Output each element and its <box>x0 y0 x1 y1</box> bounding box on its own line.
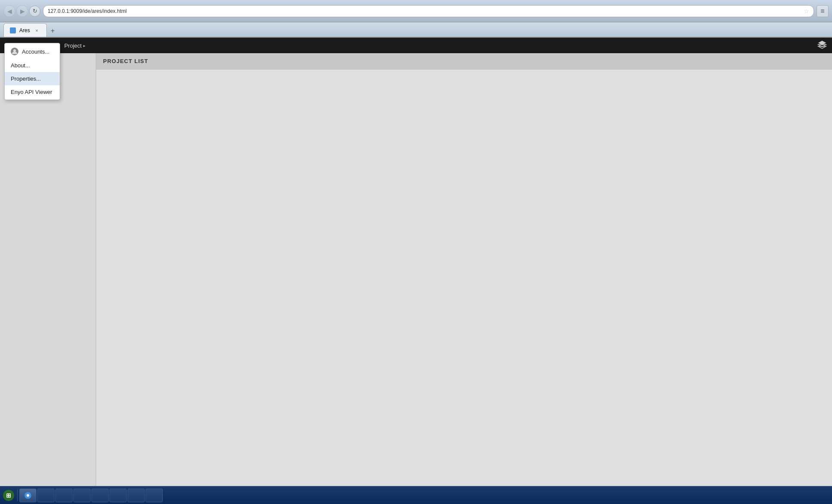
browser-window: ◀ ▶ ↻ ☆ ≡ Ares × + <box>0 0 832 38</box>
dropdown-accounts[interactable]: Accounts... <box>5 44 60 59</box>
svg-point-7 <box>27 494 29 497</box>
back-button[interactable]: ◀ <box>3 5 15 17</box>
taskbar-item-5[interactable] <box>91 489 109 502</box>
project-menu-arrow: ▸ <box>83 43 85 48</box>
content-area: PROJECT LIST <box>0 53 832 504</box>
project-list-header: PROJECT LIST <box>96 53 832 69</box>
tab-favicon-icon <box>10 27 16 33</box>
browser-tab-ares[interactable]: Ares × <box>3 23 47 37</box>
taskbar: ⊞ <box>0 486 832 504</box>
svg-marker-2 <box>818 46 826 48</box>
taskbar-item-6[interactable] <box>109 489 127 502</box>
taskbar-item-4[interactable] <box>73 489 91 502</box>
svg-text:⊞: ⊞ <box>6 492 11 499</box>
address-bar[interactable] <box>48 8 801 14</box>
tab-close-button[interactable]: × <box>33 27 40 34</box>
taskbar-start-orb[interactable]: ⊞ <box>2 489 15 502</box>
forward-button[interactable]: ▶ <box>16 5 28 17</box>
address-bar-container: ☆ <box>43 5 814 17</box>
taskbar-item-7[interactable] <box>128 489 145 502</box>
new-tab-button[interactable]: + <box>47 25 59 37</box>
taskbar-item-2[interactable] <box>37 489 55 502</box>
about-label: About... <box>11 62 30 69</box>
taskbar-item-3[interactable] <box>55 489 73 502</box>
accounts-label: Accounts... <box>22 48 49 55</box>
properties-label: Properties... <box>11 75 41 82</box>
bookmark-star-icon[interactable]: ☆ <box>804 8 809 15</box>
menu-item-project[interactable]: Project ▸ <box>60 40 90 51</box>
sidebar <box>0 53 96 504</box>
dropdown-enyo-api[interactable]: Enyo API Viewer <box>5 85 60 99</box>
tab-title: Ares <box>19 27 30 33</box>
project-menu-label: Project <box>64 42 82 49</box>
project-list-title: PROJECT LIST <box>103 58 148 64</box>
dropdown-properties[interactable]: Properties... <box>5 72 60 85</box>
taskbar-item-chrome[interactable] <box>19 489 36 502</box>
taskbar-item-8[interactable] <box>146 489 163 502</box>
ares-dropdown-menu: Accounts... About... Properties... Enyo … <box>4 43 60 100</box>
main-content: PROJECT LIST <box>96 53 832 504</box>
enyo-api-label: Enyo API Viewer <box>11 89 52 95</box>
taskbar-separator-1 <box>17 489 18 501</box>
refresh-button[interactable]: ↻ <box>29 6 40 17</box>
account-icon <box>11 48 18 55</box>
browser-tab-bar: ◀ ▶ ↻ ☆ ≡ <box>0 0 832 22</box>
layers-icon[interactable] <box>816 38 829 53</box>
browser-tabs-row: Ares × + <box>0 22 832 38</box>
browser-menu-button[interactable]: ≡ <box>817 5 829 17</box>
app-menubar: Ares ▾ Projects ▾ Project ▸ <box>0 38 832 53</box>
dropdown-about[interactable]: About... <box>5 59 60 72</box>
